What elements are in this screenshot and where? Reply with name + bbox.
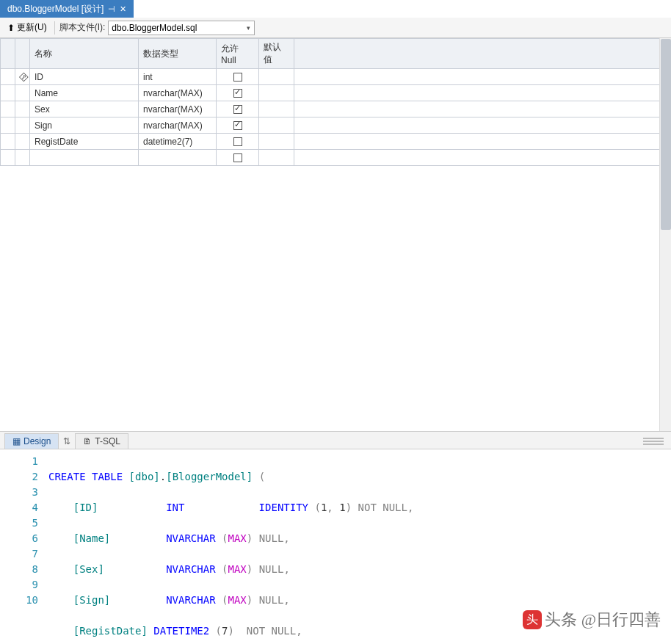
line-number: 9 — [0, 577, 38, 593]
line-number: 3 — [0, 485, 38, 500]
tab-tsql[interactable]: 🗎 T-SQL — [75, 433, 128, 449]
name-cell[interactable]: RegistDate — [30, 134, 139, 150]
line-number: 5 — [0, 515, 38, 531]
type-cell[interactable] — [139, 150, 217, 166]
line-number-gutter: 12345678910 — [0, 449, 44, 618]
allownull-cell[interactable] — [217, 150, 259, 166]
pin-icon[interactable]: ⊣ — [108, 4, 115, 14]
key-header — [15, 39, 30, 69]
table-designer: 名称 数据类型 允许 Null 默认值 ⚿IDintNamenvarchar(M… — [0, 38, 671, 432]
line-number: 6 — [0, 531, 38, 546]
columns-grid[interactable]: 名称 数据类型 允许 Null 默认值 ⚿IDintNamenvarchar(M… — [0, 38, 671, 166]
row-selector-header — [1, 39, 15, 69]
row-selector[interactable] — [1, 150, 15, 166]
key-cell — [15, 134, 30, 150]
line-number: 8 — [0, 562, 38, 577]
script-file-label: 脚本文件(I): — [59, 21, 106, 34]
default-cell[interactable] — [259, 85, 294, 101]
row-selector[interactable] — [1, 69, 15, 85]
primary-key-icon: ⚿ — [18, 70, 29, 82]
row-selector[interactable] — [1, 134, 15, 150]
sql-editor[interactable]: 12345678910 CREATE TABLE [dbo].[BloggerM… — [0, 449, 671, 618]
splitter-grip[interactable] — [643, 438, 664, 445]
line-number: 4 — [0, 500, 38, 515]
separator — [54, 21, 55, 35]
table-row[interactable]: Namenvarchar(MAX) — [1, 85, 671, 101]
table-row[interactable]: ⚿IDint — [1, 69, 671, 85]
update-label: 更新(U) — [17, 21, 47, 34]
table-row[interactable]: Sexnvarchar(MAX) — [1, 101, 671, 117]
spacer-cell — [294, 85, 671, 101]
swap-tabs-button[interactable]: ⇅ — [59, 434, 75, 449]
key-cell — [15, 150, 30, 166]
spacer-cell — [294, 117, 671, 134]
document-tab-bar: dbo.BloggerModel [设计] ⊣ ✕ — [0, 0, 671, 18]
row-selector[interactable] — [1, 117, 15, 134]
table-row[interactable] — [1, 150, 671, 166]
name-cell[interactable]: Sex — [30, 101, 139, 117]
key-cell — [15, 117, 30, 134]
checkbox[interactable] — [233, 89, 242, 98]
table-row[interactable]: Signnvarchar(MAX) — [1, 117, 671, 134]
table-row[interactable]: RegistDatedatetime2(7) — [1, 134, 671, 150]
spacer-cell — [294, 134, 671, 150]
spacer-cell — [294, 69, 671, 85]
type-cell[interactable]: nvarchar(MAX) — [139, 117, 217, 134]
watermark-icon: 头 — [523, 610, 542, 629]
vertical-scrollbar[interactable] — [659, 38, 671, 431]
name-header[interactable]: 名称 — [30, 39, 139, 69]
checkbox[interactable] — [233, 121, 242, 130]
allownull-cell[interactable] — [217, 69, 259, 85]
checkbox[interactable] — [233, 153, 242, 162]
document-tab[interactable]: dbo.BloggerModel [设计] ⊣ ✕ — [0, 0, 134, 18]
key-cell — [15, 85, 30, 101]
line-number: 10 — [0, 593, 38, 608]
spacer-cell — [294, 101, 671, 117]
checkbox[interactable] — [233, 73, 242, 82]
name-cell[interactable] — [30, 150, 139, 166]
default-header[interactable]: 默认值 — [259, 39, 294, 69]
tab-tsql-label: T-SQL — [95, 436, 120, 446]
type-cell[interactable]: nvarchar(MAX) — [139, 101, 217, 117]
allownull-cell[interactable] — [217, 85, 259, 101]
spacer-cell — [294, 150, 671, 166]
datatype-header[interactable]: 数据类型 — [139, 39, 217, 69]
name-cell[interactable]: Sign — [30, 117, 139, 134]
default-cell[interactable] — [259, 150, 294, 166]
name-cell[interactable]: ID — [30, 69, 139, 85]
type-cell[interactable]: nvarchar(MAX) — [139, 85, 217, 101]
default-cell[interactable] — [259, 134, 294, 150]
code-content[interactable]: CREATE TABLE [dbo].[BloggerModel] ( [ID]… — [44, 449, 671, 618]
tab-design-label: Design — [23, 436, 51, 446]
checkbox[interactable] — [233, 137, 242, 146]
default-cell[interactable] — [259, 101, 294, 117]
checkbox[interactable] — [233, 105, 242, 114]
type-cell[interactable]: int — [139, 69, 217, 85]
key-cell: ⚿ — [15, 69, 30, 85]
scrollbar-thumb[interactable] — [661, 39, 671, 230]
default-cell[interactable] — [259, 69, 294, 85]
default-cell[interactable] — [259, 117, 294, 134]
row-selector[interactable] — [1, 85, 15, 101]
type-cell[interactable]: datetime2(7) — [139, 134, 217, 150]
name-cell[interactable]: Name — [30, 85, 139, 101]
close-icon[interactable]: ✕ — [120, 4, 126, 14]
toolbar: ⬆ 更新(U) 脚本文件(I): ▾ — [0, 18, 671, 38]
update-button[interactable]: ⬆ 更新(U) — [4, 20, 50, 35]
tab-design[interactable]: ▦ Design — [4, 433, 59, 449]
line-number: 2 — [0, 469, 38, 485]
allownull-cell[interactable] — [217, 134, 259, 150]
line-number: 1 — [0, 454, 38, 469]
row-selector[interactable] — [1, 101, 15, 117]
grid-header-row: 名称 数据类型 允许 Null 默认值 — [1, 39, 671, 69]
allownull-cell[interactable] — [217, 117, 259, 134]
lower-tab-bar: ▦ Design ⇅ 🗎 T-SQL — [0, 432, 671, 449]
allownull-header[interactable]: 允许 Null — [217, 39, 259, 69]
script-file-input[interactable] — [109, 23, 242, 33]
script-file-combo[interactable]: ▾ — [108, 21, 255, 35]
chevron-down-icon[interactable]: ▾ — [242, 24, 254, 32]
watermark-text: 头条 @日行四善 — [545, 609, 661, 631]
allownull-cell[interactable] — [217, 101, 259, 117]
design-icon: ▦ — [12, 436, 21, 446]
sql-icon: 🗎 — [83, 436, 92, 446]
